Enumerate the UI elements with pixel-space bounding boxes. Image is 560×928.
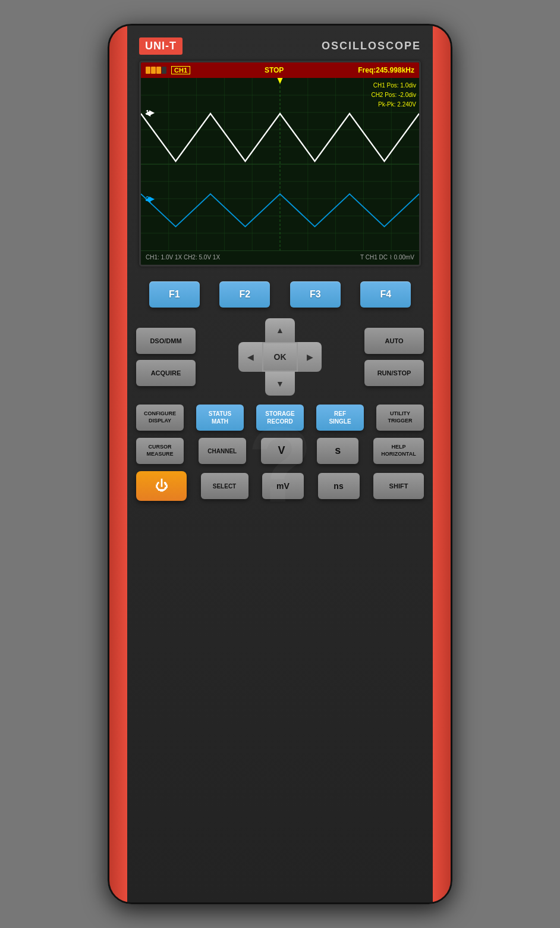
storage-record-button[interactable]: STORAGERECORD [256,405,304,431]
dpad-spacer-bottom [229,372,265,396]
utility-trigger-button[interactable]: UTILITYTRIGGER [376,405,424,431]
screen-waveform-area: CH1 Pos: 1.0div CH2 Pos: -2.0div Pk-Pk: … [141,78,419,250]
battery-bar-1 [146,67,150,74]
fn-button-row: F1 F2 F3 F4 [136,281,424,308]
ch2-marker: 2▶ [146,195,154,203]
dpad-top-row: ▲ [229,318,331,342]
battery-icon [146,67,166,74]
screen-footer-right: T CH1 DC ⌇ 0.00mV [360,254,414,261]
screen-freq: Freq:245.998kHz [358,66,414,74]
channel-button[interactable]: CHANNEL [199,438,246,464]
power-row: ⏻ SELECT mV ns SHIFT [136,471,424,501]
battery-bar-3 [156,67,161,74]
screen-footer-left: CH1: 1.0V 1X CH2: 5.0V 1X [146,254,220,261]
dpad-right-button[interactable]: ▶ [298,342,322,372]
oscilloscope-screen: CH1 STOP Freq:245.998kHz [141,62,419,265]
auto-button[interactable]: AUTO [364,328,424,354]
f3-button[interactable]: F3 [290,281,341,308]
header-area: UNI-T OSCILLOSCOPE [127,26,433,61]
f2-button[interactable]: F2 [219,281,270,308]
ch1-pos-info: CH1 Pos: 1.0div [371,81,416,90]
s-button[interactable]: s [317,438,358,464]
ch1-badge: CH1 [171,66,190,74]
run-stop-button[interactable]: RUN/STOP [364,360,424,386]
ok-button[interactable]: OK [262,342,298,372]
dpad-left-button[interactable]: ◀ [238,342,262,372]
pk-pk-info: Pk-Pk: 2.240V [371,100,416,109]
dpad-spacer-bottom-right [295,372,331,396]
main-controls-row: DSO/DMM ACQUIRE ▲ [136,318,424,396]
dpad-middle-row: ◀ OK ▶ [238,342,322,372]
f4-button[interactable]: F4 [360,281,411,308]
oscilloscope-device: ? UNI-T OSCILLOSCOPE [108,24,452,904]
battery-bar-4 [162,67,166,74]
screen-info: CH1 Pos: 1.0div CH2 Pos: -2.0div Pk-Pk: … [371,81,416,109]
right-controls: AUTO RUN/STOP [364,328,424,386]
screen-header-left: CH1 [146,66,190,74]
shift-button[interactable]: SHIFT [373,473,424,499]
screen-status: STOP [265,66,284,74]
cursor-measure-button[interactable]: CURSORMEASURE [136,438,184,464]
ns-button[interactable]: ns [318,473,360,499]
second-button-row: CONFIGUREDISPLAY STATUSMATH STORAGERECOR… [136,405,424,431]
dpad-container: ▲ ◀ OK ▶ ▼ [229,318,331,396]
configure-display-button[interactable]: CONFIGUREDISPLAY [136,405,184,431]
device-inner: ? UNI-T OSCILLOSCOPE [127,26,433,902]
help-horizontal-button[interactable]: HELPHORIZONTAL [373,438,424,464]
device-wrapper: ? UNI-T OSCILLOSCOPE [0,0,560,928]
screen-footer-2: M: 1.00μs 0.00ns [141,264,419,265]
f1-button[interactable]: F1 [149,281,200,308]
dpad-down-button[interactable]: ▼ [265,372,295,396]
third-button-row: CURSORMEASURE CHANNEL V s HELPHORIZONTAL [136,438,424,464]
ch1-marker: 1▶ [146,109,154,117]
dpad-spacer-top [229,318,265,342]
battery-bar-2 [151,67,156,74]
oscilloscope-screen-container: CH1 STOP Freq:245.998kHz [139,61,421,267]
device-title: OSCILLOSCOPE [322,40,421,52]
acquire-button[interactable]: ACQUIRE [136,360,196,386]
ch2-pos-info: CH2 Pos: -2.0div [371,90,416,100]
dpad-up-button[interactable]: ▲ [265,318,295,342]
power-icon: ⏻ [155,478,168,494]
dso-dmm-button[interactable]: DSO/DMM [136,328,196,354]
power-button[interactable]: ⏻ [136,471,187,501]
dpad-spacer-top-right [295,318,331,342]
button-panel: F1 F2 F3 F4 DSO/DMM ACQUIRE [127,275,433,507]
dpad-bottom-row: ▼ [229,372,331,396]
v-button[interactable]: V [261,438,303,464]
brand-logo: UNI-T [139,37,183,55]
svg-marker-18 [278,78,283,84]
status-math-button[interactable]: STATUSMATH [196,405,244,431]
mv-button[interactable]: mV [262,473,304,499]
ref-single-button[interactable]: REFSINGLE [316,405,364,431]
left-controls: DSO/DMM ACQUIRE [136,328,196,386]
screen-footer: CH1: 1.0V 1X CH2: 5.0V 1X T CH1 DC ⌇ 0.0… [141,250,419,264]
select-button[interactable]: SELECT [201,473,248,499]
screen-header: CH1 STOP Freq:245.998kHz [141,62,419,78]
